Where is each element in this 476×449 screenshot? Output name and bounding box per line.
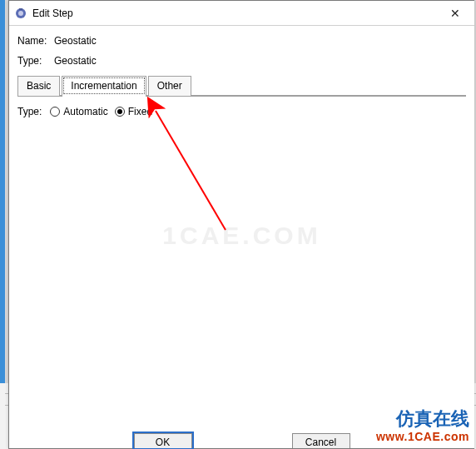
dialog-content: Name: Geostatic Type: Geostatic Basic In… bbox=[9, 26, 474, 117]
radio-icon-selected bbox=[115, 107, 125, 117]
close-icon: ✕ bbox=[450, 7, 460, 20]
radio-label-automatic: Automatic bbox=[63, 106, 107, 117]
radio-automatic[interactable]: Automatic bbox=[50, 106, 107, 117]
svg-line-3 bbox=[156, 111, 226, 230]
type-label: Type: bbox=[17, 55, 54, 67]
type-row: Type: Geostatic bbox=[17, 52, 466, 69]
cancel-button[interactable]: Cancel bbox=[292, 433, 350, 448]
titlebar: Edit Step ✕ bbox=[9, 1, 474, 26]
edit-step-dialog: Edit Step ✕ Name: Geostatic Type: Geosta… bbox=[8, 0, 474, 449]
tab-other[interactable]: Other bbox=[148, 76, 191, 96]
window-left-accent bbox=[0, 0, 5, 400]
name-label: Name: bbox=[17, 35, 54, 47]
name-row: Name: Geostatic bbox=[17, 32, 466, 49]
brand-url: www.1CAE.com bbox=[376, 430, 469, 444]
app-icon bbox=[14, 7, 27, 20]
radio-icon bbox=[50, 107, 60, 117]
type-value: Geostatic bbox=[54, 55, 97, 67]
close-button[interactable]: ✕ bbox=[436, 1, 474, 26]
dialog-title: Edit Step bbox=[32, 7, 73, 19]
watermark-text: 1CAE.COM bbox=[162, 222, 320, 250]
brand-cn: 仿真在线 bbox=[376, 408, 469, 430]
type-radio-row: Type: Automatic Fixed bbox=[17, 106, 466, 117]
svg-rect-1 bbox=[19, 8, 22, 10]
svg-point-2 bbox=[18, 11, 23, 16]
name-value: Geostatic bbox=[54, 35, 97, 47]
inc-type-label: Type: bbox=[17, 106, 42, 117]
tab-basic[interactable]: Basic bbox=[17, 76, 60, 96]
site-branding: 仿真在线 www.1CAE.com bbox=[376, 408, 469, 444]
incrementation-panel: Type: Automatic Fixed bbox=[17, 95, 466, 117]
tab-strip: Basic Incrementation Other bbox=[17, 76, 466, 96]
ok-button[interactable]: OK bbox=[134, 433, 192, 448]
radio-label-fixed: Fixed bbox=[128, 106, 152, 117]
radio-fixed[interactable]: Fixed bbox=[115, 106, 152, 117]
tab-incrementation[interactable]: Incrementation bbox=[62, 76, 146, 96]
